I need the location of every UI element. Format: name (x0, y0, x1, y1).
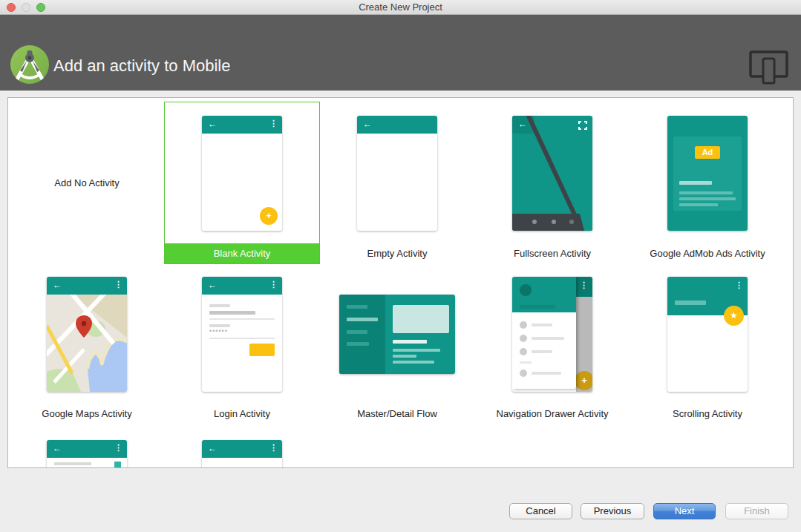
back-arrow-icon: ← (518, 119, 527, 129)
back-arrow-icon: ← (208, 119, 217, 129)
overflow-menu-icon: ⋮ (269, 119, 278, 128)
activity-label: Navigation Drawer Activity (475, 408, 630, 420)
scrolling-activity-thumbnail: ⋮ ★ (667, 277, 748, 392)
map-graphic (47, 295, 127, 392)
fab-star-icon: ★ (724, 306, 744, 326)
master-detail-thumbnail (339, 295, 455, 374)
wizard-header: Add an activity to Mobile (0, 15, 801, 91)
partial-thumbnail: ← ⋮ (202, 440, 282, 468)
overflow-menu-icon: ⋮ (269, 280, 278, 289)
blank-activity-thumbnail: ← ⋮ + (202, 116, 282, 231)
back-arrow-icon: ← (208, 443, 217, 453)
app-bar: ← ⋮ (202, 440, 282, 458)
fab-plus-icon: + (575, 371, 592, 390)
back-arrow-icon: ← (363, 119, 372, 129)
finish-button[interactable]: Finish (725, 503, 788, 519)
detail-image-placeholder (393, 305, 449, 333)
page-title: Add an activity to Mobile (53, 56, 230, 76)
back-arrow-icon: ← (53, 443, 62, 453)
master-list-pane (339, 295, 385, 374)
content-panel: Ad (673, 137, 742, 211)
activity-cell-blank-activity[interactable]: ← ⋮ + Blank Activity (164, 102, 320, 264)
drawer-header (512, 277, 576, 312)
back-arrow-icon: ← (208, 280, 217, 290)
app-bar: ← ⋮ (202, 116, 282, 134)
activity-label: Master/Detail Flow (320, 408, 474, 420)
mobile-form-factor-icon (749, 50, 789, 88)
activity-label: Add No Activity (54, 177, 119, 188)
fullscreen-activity-thumbnail: ← (512, 116, 592, 231)
activity-cell-add-no-activity[interactable]: Add No Activity (10, 102, 164, 263)
activity-label: Google Maps Activity (10, 408, 164, 420)
maps-activity-thumbnail: ← ⋮ (47, 277, 127, 392)
overflow-menu-icon: ⋮ (580, 280, 588, 290)
login-activity-thumbnail: ← ⋮ •••••• (202, 277, 282, 392)
nav-drawer-thumbnail: ⋮ + (512, 277, 592, 392)
activity-gallery: Add No Activity ← ⋮ + Blank Activity ← E… (7, 97, 794, 468)
activity-label: Fullscreen Activity (475, 248, 630, 260)
back-arrow-icon: ← (53, 280, 62, 290)
android-studio-logo-icon (10, 45, 50, 85)
fab-plus-icon: + (260, 207, 278, 225)
activity-label: Empty Activity (320, 248, 474, 260)
list-item-line (54, 462, 91, 465)
selected-activity-label: Blank Activity (165, 243, 319, 263)
admob-activity-thumbnail: Ad (667, 116, 748, 231)
app-bar: ← ⋮ (47, 277, 127, 295)
overflow-menu-icon: ⋮ (114, 280, 122, 289)
previous-button[interactable]: Previous (581, 503, 644, 519)
empty-activity-thumbnail: ← (357, 116, 437, 231)
cancel-button[interactable]: Cancel (509, 503, 572, 519)
overflow-menu-icon: ⋮ (269, 443, 278, 453)
fullscreen-icon (578, 121, 587, 130)
app-bar: ← ⋮ (202, 277, 282, 295)
login-button-graphic (249, 344, 275, 356)
overflow-menu-icon: ⋮ (735, 280, 743, 290)
checkbox-graphic (114, 462, 121, 468)
password-dots: •••••• (209, 327, 228, 335)
app-bar: ← ⋮ (47, 440, 127, 458)
activity-label: Scrolling Activity (630, 408, 785, 420)
titlebar: Create New Project (0, 0, 801, 15)
avatar (520, 284, 532, 296)
app-bar: ← (357, 116, 437, 134)
window-title: Create New Project (0, 0, 801, 15)
activity-label: Login Activity (165, 408, 319, 420)
next-button[interactable]: Next (653, 503, 716, 519)
partial-thumbnail: ← ⋮ (47, 440, 127, 468)
ad-badge: Ad (695, 146, 720, 159)
overflow-menu-icon: ⋮ (114, 443, 122, 453)
drawer-panel (512, 277, 576, 389)
activity-label: Google AdMob Ads Activity (630, 248, 785, 260)
